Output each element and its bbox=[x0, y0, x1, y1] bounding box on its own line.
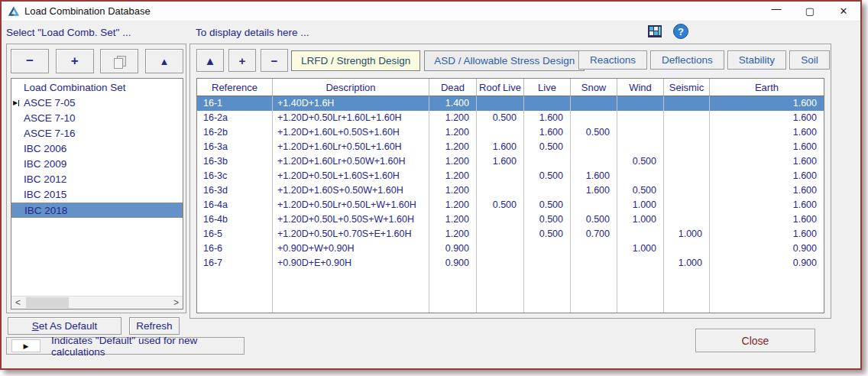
deflections-button[interactable]: Deflections bbox=[650, 50, 724, 70]
list-item-label: IBC 2009 bbox=[24, 158, 66, 170]
table-cell: 1.600 bbox=[710, 227, 824, 241]
table-row-16-4a[interactable]: 16-4a+1.20D+0.50Lr+0.50L+W+1.60H1.2000.5… bbox=[197, 198, 824, 212]
set-as-default-button[interactable]: Set As Default bbox=[8, 317, 121, 335]
copy-icon bbox=[114, 56, 125, 66]
table-row-16-7[interactable]: 16-7+0.90D+E+0.90H0.9001.0000.900 bbox=[197, 256, 824, 271]
scroll-right-icon[interactable]: > bbox=[170, 297, 183, 309]
list-item-ibc-2015[interactable]: IBC 2015 bbox=[11, 187, 183, 203]
table-cell: 1.200 bbox=[429, 183, 477, 198]
list-item-ibc-2012[interactable]: IBC 2012 bbox=[11, 172, 183, 187]
table-cell bbox=[477, 96, 524, 111]
tab-asd-allowable-stress-design[interactable]: ASD / Allowable Stress Design bbox=[424, 50, 585, 71]
table-row-16-6[interactable]: 16-6+0.90D+W+0.90H0.9001.0000.900 bbox=[197, 241, 824, 256]
table-cell bbox=[524, 241, 571, 256]
scrollbar-track[interactable] bbox=[24, 297, 170, 309]
help-icon[interactable]: ? bbox=[673, 24, 688, 39]
table-row-16-3d[interactable]: 16-3d+1.20D+1.60S+0.50W+1.60H1.2001.6000… bbox=[197, 183, 824, 198]
table-row-16-3b[interactable]: 16-3b+1.20D+1.60Lr+0.50W+1.60H1.2001.600… bbox=[197, 154, 824, 169]
add-combination-button[interactable]: + bbox=[228, 49, 256, 72]
reactions-button[interactable]: Reactions bbox=[578, 50, 647, 70]
table-cell: 1.600 bbox=[710, 140, 824, 154]
table-cell: 1.200 bbox=[429, 111, 477, 125]
table-cell bbox=[524, 183, 571, 198]
close-icon[interactable]: ✕ bbox=[827, 2, 860, 21]
table-cell bbox=[477, 256, 524, 271]
table-row-16-2a[interactable]: 16-2a+1.20D+0.50Lr+1.60L+1.60H1.2000.500… bbox=[197, 111, 824, 125]
table-cell: +1.40D+1.6H bbox=[273, 96, 429, 111]
list-item-ibc-2018[interactable]: IBC 2018 bbox=[11, 203, 183, 218]
close-button[interactable]: Close bbox=[695, 329, 815, 352]
table-cell bbox=[664, 140, 710, 154]
table-cell: 1.200 bbox=[429, 227, 477, 241]
design-tabs: LRFD / Strength DesignASD / Allowable St… bbox=[291, 50, 585, 71]
list-item-asce-7-05[interactable]: ▶ASCE 7-05 bbox=[11, 96, 183, 111]
list-item-label: IBC 2015 bbox=[24, 189, 66, 200]
copy-set-button[interactable] bbox=[100, 49, 138, 73]
list-item-label: ASCE 7-10 bbox=[24, 112, 76, 124]
horizontal-scrollbar[interactable]: < > bbox=[11, 296, 183, 309]
table-row-16-2b[interactable]: 16-2b+1.20D+1.60L+0.50S+1.60H1.2001.6000… bbox=[197, 125, 824, 140]
table-cell bbox=[571, 241, 617, 256]
table-cell: 0.700 bbox=[571, 227, 617, 241]
table-cell: 1.600 bbox=[571, 183, 617, 198]
table-row-16-3c[interactable]: 16-3c+1.20D+0.50L+1.60S+1.60H1.2000.5001… bbox=[197, 169, 824, 183]
table-cell: +1.20D+1.60S+0.50W+1.60H bbox=[273, 183, 429, 198]
load-combination-set-list: Load Combination Set ▶ASCE 7-05ASCE 7-10… bbox=[11, 78, 183, 310]
table-cell: +1.20D+1.60L+0.50S+1.60H bbox=[273, 125, 429, 140]
table-cell: 16-4a bbox=[197, 198, 273, 212]
table-cell: 16-2b bbox=[197, 125, 273, 140]
column-header-description: Description bbox=[273, 79, 429, 96]
table-cell bbox=[617, 169, 664, 183]
column-header-seismic: Seismic bbox=[664, 79, 710, 96]
table-cell bbox=[571, 96, 617, 111]
add-set-button[interactable]: + bbox=[56, 49, 94, 73]
table-cell bbox=[617, 140, 664, 154]
table-empty-cell bbox=[617, 271, 664, 313]
window-title: Load Combination Database bbox=[24, 5, 151, 17]
table-row-16-5[interactable]: 16-5+1.20D+0.50L+0.70S+E+1.60H1.2000.500… bbox=[197, 227, 824, 241]
table-cell: 1.600 bbox=[710, 154, 824, 169]
table-cell bbox=[477, 125, 524, 140]
table-empty-cell bbox=[197, 271, 273, 313]
spreadsheet-icon[interactable] bbox=[647, 24, 662, 39]
table-cell: 0.500 bbox=[524, 212, 571, 227]
table-cell bbox=[664, 241, 710, 256]
table-row-16-3a[interactable]: 16-3a+1.20D+1.60Lr+0.50L+1.60H1.2001.600… bbox=[197, 140, 824, 154]
soil-button[interactable]: Soil bbox=[789, 50, 830, 70]
tab-lrfd-strength-design[interactable]: LRFD / Strength Design bbox=[291, 50, 420, 71]
list-item-ibc-2006[interactable]: IBC 2006 bbox=[11, 141, 183, 157]
table-cell: 1.000 bbox=[617, 198, 664, 212]
table-cell: 1.000 bbox=[664, 256, 710, 271]
table-cell bbox=[571, 198, 617, 212]
delete-set-button[interactable]: − bbox=[11, 49, 49, 73]
table-empty-cell bbox=[524, 271, 571, 313]
maximize-icon[interactable]: ▢ bbox=[793, 2, 827, 21]
minimize-icon[interactable]: — bbox=[760, 2, 793, 21]
table-cell bbox=[617, 256, 664, 271]
table-cell bbox=[617, 227, 664, 241]
solve-combination-button[interactable]: ▲ bbox=[196, 49, 224, 72]
refresh-button[interactable]: Refresh bbox=[129, 317, 180, 335]
table-cell: 1.600 bbox=[710, 183, 824, 198]
category-buttons: ReactionsDeflectionsStabilitySoil bbox=[578, 50, 830, 70]
stability-button[interactable]: Stability bbox=[727, 50, 786, 70]
delete-combination-button[interactable]: − bbox=[261, 49, 288, 72]
table-cell: 1.200 bbox=[429, 198, 477, 212]
table-cell bbox=[664, 96, 710, 111]
table-cell: 0.500 bbox=[617, 154, 664, 169]
scroll-left-icon[interactable]: < bbox=[11, 297, 24, 309]
column-header-reference: Reference bbox=[197, 79, 273, 96]
list-item-asce-7-10[interactable]: ASCE 7-10 bbox=[11, 111, 183, 126]
table-empty-area bbox=[197, 271, 824, 313]
table-row-16-1[interactable]: 16-1+1.40D+1.6H1.4001.600 bbox=[197, 96, 824, 111]
solve-set-button[interactable]: ▲ bbox=[145, 49, 183, 73]
table-cell: 1.000 bbox=[617, 241, 664, 256]
scrollbar-thumb[interactable] bbox=[26, 297, 69, 308]
table-row-16-4b[interactable]: 16-4b+1.20D+0.50L+0.50S+W+1.60H1.2000.50… bbox=[197, 212, 824, 227]
list-item-ibc-2009[interactable]: IBC 2009 bbox=[11, 157, 183, 172]
table-cell bbox=[664, 111, 710, 125]
table-cell: 0.900 bbox=[429, 256, 477, 271]
list-item-asce-7-16[interactable]: ASCE 7-16 bbox=[11, 126, 183, 141]
default-legend: ▶ Indicates "Default" used for new calcu… bbox=[6, 337, 245, 355]
default-marker-icon: ▶ bbox=[11, 339, 40, 352]
